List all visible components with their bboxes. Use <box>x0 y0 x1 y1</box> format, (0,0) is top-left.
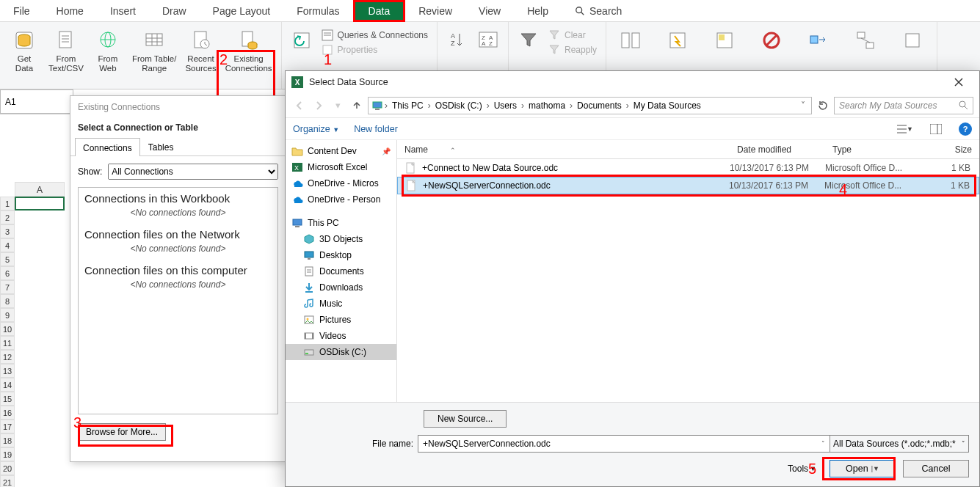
row-2[interactable]: 2 <box>0 210 15 224</box>
ec-tab-tables[interactable]: Tables <box>140 137 182 155</box>
sort-az-button[interactable]: AZ <box>442 26 473 54</box>
row-1[interactable]: 1 <box>0 197 15 210</box>
nav-recent-button[interactable]: ▾ <box>330 98 346 114</box>
cell-A1[interactable] <box>15 197 65 210</box>
row-13[interactable]: 13 <box>0 364 15 378</box>
nav-forward-button[interactable] <box>311 98 327 114</box>
from-table-button[interactable]: From Table/ Range <box>128 26 181 76</box>
tab-help[interactable]: Help <box>514 0 562 22</box>
tab-review[interactable]: Review <box>405 0 465 22</box>
tree-item-content-dev[interactable]: Content Dev📌 <box>286 143 396 159</box>
tab-file[interactable]: File <box>0 0 43 22</box>
tree-item-music[interactable]: Music <box>286 296 396 312</box>
existing-connections-button[interactable]: Existing Connections <box>221 26 277 76</box>
remove-dups-button[interactable] <box>705 26 744 54</box>
recent-sources-button[interactable]: Recent Sources <box>181 26 220 76</box>
row-5[interactable]: 5 <box>0 252 15 266</box>
cancel-button[interactable]: Cancel <box>903 460 969 477</box>
tree-item-onedrive-micros[interactable]: OneDrive - Micros <box>286 175 396 191</box>
organize-button[interactable]: Organize ▼ <box>293 124 339 134</box>
tree-item-downloads[interactable]: Downloads <box>286 279 396 296</box>
sort-button[interactable]: ZAAZ <box>473 26 504 54</box>
relationships-button[interactable] <box>846 26 885 54</box>
nav-up-button[interactable] <box>349 98 365 114</box>
file-name-input[interactable] <box>418 435 830 453</box>
col-A[interactable]: A <box>15 182 65 197</box>
new-folder-button[interactable]: New folder <box>354 124 398 134</box>
row-16[interactable]: 16 <box>0 406 15 420</box>
col-date-header[interactable]: Date modified <box>730 144 825 155</box>
tab-formulas[interactable]: Formulas <box>283 0 352 22</box>
row-15[interactable]: 15 <box>0 392 15 406</box>
row-11[interactable]: 11 <box>0 336 15 350</box>
breadcrumb[interactable]: › This PC› OSDisk (C:)› Users› mathoma› … <box>368 97 812 114</box>
tree-item-onedrive-person[interactable]: OneDrive - Person <box>286 191 396 208</box>
folder-tree[interactable]: Content Dev📌XMicrosoft ExcelOneDrive - M… <box>286 140 397 402</box>
row-18[interactable]: 18 <box>0 433 15 447</box>
row-4[interactable]: 4 <box>0 238 15 252</box>
tree-item-videos[interactable]: Videos <box>286 328 396 344</box>
clear-filter-button[interactable]: Clear <box>548 29 597 41</box>
view-mode-button[interactable]: ▼ <box>897 121 913 137</box>
row-14[interactable]: 14 <box>0 378 15 392</box>
row-20[interactable]: 20 <box>0 461 15 475</box>
ec-tab-connections[interactable]: Connections <box>75 138 140 156</box>
name-box[interactable]: A1 <box>0 89 73 114</box>
manage-data-button[interactable] <box>893 26 932 54</box>
file-row[interactable]: +Connect to New Data Source.odc10/13/201… <box>397 159 979 177</box>
data-validation-button[interactable] <box>752 26 791 54</box>
col-name-header[interactable]: Name⌃ <box>397 144 730 155</box>
reapply-button[interactable]: Reapply <box>548 44 597 56</box>
path-dropdown[interactable]: ˅ <box>798 100 808 111</box>
text-to-cols-button[interactable] <box>611 26 650 54</box>
from-web-button[interactable]: From Web <box>88 26 128 76</box>
tab-home[interactable]: Home <box>43 0 97 22</box>
row-8[interactable]: 8 <box>0 294 15 308</box>
row-21[interactable]: 21 <box>0 475 15 487</box>
ec-show-select[interactable]: All Connections <box>108 164 278 180</box>
tab-page-layout[interactable]: Page Layout <box>200 0 284 22</box>
tree-item-pictures[interactable]: Pictures <box>286 312 396 328</box>
search-tab[interactable]: Search <box>562 0 635 22</box>
row-12[interactable]: 12 <box>0 350 15 364</box>
tab-data[interactable]: Data <box>353 0 406 22</box>
nav-back-button[interactable] <box>291 98 308 114</box>
open-button[interactable]: Open|▼ <box>830 460 896 477</box>
row-19[interactable]: 19 <box>0 447 15 461</box>
row-6[interactable]: 6 <box>0 266 15 280</box>
row-3[interactable]: 3 <box>0 224 15 238</box>
refresh-button[interactable] <box>815 98 831 114</box>
preview-pane-button[interactable] <box>928 121 944 137</box>
row-9[interactable]: 9 <box>0 308 15 322</box>
col-size-header[interactable]: Size <box>921 144 979 155</box>
get-data-button[interactable]: Get Data <box>4 26 44 76</box>
from-text-button[interactable]: From Text/CSV <box>44 26 88 76</box>
recent-sources-icon <box>190 29 212 51</box>
queries-connections-button[interactable]: Queries & Connections <box>322 29 428 41</box>
file-row[interactable]: +NewSQLServerConnection.odc10/13/2017 6:… <box>397 177 979 194</box>
tree-item-this-pc[interactable]: This PC <box>286 215 396 231</box>
tab-view[interactable]: View <box>465 0 514 22</box>
refresh-all-button[interactable] <box>286 26 317 54</box>
tab-draw[interactable]: Draw <box>149 0 200 22</box>
row-10[interactable]: 10 <box>0 322 15 336</box>
tree-item-microsoft-excel[interactable]: XMicrosoft Excel <box>286 159 396 175</box>
file-filter-select[interactable]: All Data Sources (*.odc;*.mdb;*˅ <box>830 435 969 453</box>
tree-item-desktop[interactable]: Desktop <box>286 247 396 263</box>
flash-fill-button[interactable] <box>658 26 697 54</box>
row-17[interactable]: 17 <box>0 420 15 433</box>
properties-button[interactable]: Properties <box>322 44 428 56</box>
search-input[interactable]: Search My Data Sources <box>834 97 973 114</box>
col-type-header[interactable]: Type <box>825 144 921 155</box>
help-button[interactable]: ? <box>959 122 972 136</box>
row-7[interactable]: 7 <box>0 280 15 294</box>
new-source-button[interactable]: New Source... <box>424 410 507 428</box>
tree-item-osdisk-c-[interactable]: OSDisk (C:) <box>286 344 396 360</box>
tree-item-3d-objects[interactable]: 3D Objects <box>286 231 396 247</box>
tab-insert[interactable]: Insert <box>97 0 149 22</box>
filter-button[interactable] <box>513 26 544 54</box>
tree-item-documents[interactable]: Documents <box>286 263 396 279</box>
ec-connection-list[interactable]: Connections in this Workbook <No connect… <box>78 187 278 414</box>
consolidate-button[interactable] <box>799 26 838 54</box>
close-button[interactable] <box>944 72 973 92</box>
